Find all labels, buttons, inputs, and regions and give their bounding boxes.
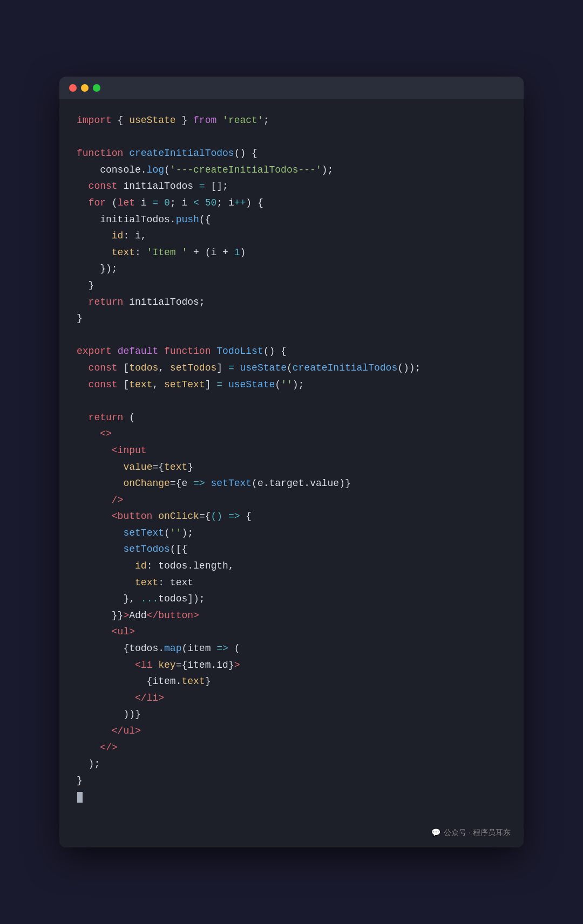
- code-line-37: ))}: [77, 706, 506, 723]
- code-line-12: return initialTodos;: [77, 294, 506, 311]
- code-line-39: </>: [77, 740, 506, 756]
- code-line-3: function createInitialTodos() {: [77, 145, 506, 162]
- code-editor[interactable]: import { useState } from 'react'; functi…: [59, 99, 524, 823]
- code-line-9: text: 'Item ' + (i + 1): [77, 244, 506, 261]
- code-line-blank-2: [77, 327, 506, 344]
- code-line-29: text: text: [77, 574, 506, 591]
- code-line-8: id: i,: [77, 228, 506, 244]
- code-line-21: <input: [77, 442, 506, 459]
- code-line-16: const [todos, setTodos] = useState(creat…: [77, 360, 506, 377]
- code-line-25: <button onClick={() => {: [77, 508, 506, 525]
- code-line-40: );: [77, 756, 506, 772]
- code-line-24: />: [77, 492, 506, 509]
- close-button[interactable]: [69, 84, 77, 92]
- code-line-15: export default function TodoList() {: [77, 343, 506, 360]
- code-line-blank-3: [77, 393, 506, 409]
- code-line-4: console.log('---createInitialTodos---');: [77, 162, 506, 179]
- code-line-cursor: [77, 789, 506, 805]
- code-line-13: }: [77, 310, 506, 327]
- code-line-11: }: [77, 277, 506, 294]
- code-line-28: id: todos.length,: [77, 558, 506, 574]
- text-cursor: [77, 792, 83, 803]
- code-line-20: <>: [77, 426, 506, 442]
- code-line-34: <li key={item.id}>: [77, 657, 506, 674]
- code-line-22: value={text}: [77, 459, 506, 476]
- code-line-33: {todos.map(item => (: [77, 640, 506, 657]
- minimize-button[interactable]: [81, 84, 89, 92]
- code-line-10: });: [77, 261, 506, 277]
- brand-text: 公众号 · 程序员耳东: [444, 828, 511, 838]
- code-line-26: setText('');: [77, 525, 506, 542]
- code-line-blank-1: [77, 129, 506, 146]
- code-line-35: {item.text}: [77, 673, 506, 690]
- code-line-32: <ul>: [77, 624, 506, 640]
- code-line-1: import { useState } from 'react';: [77, 112, 506, 129]
- titlebar: [59, 77, 524, 99]
- code-line-6: for (let i = 0; i < 50; i++) {: [77, 195, 506, 211]
- code-line-41: }: [77, 772, 506, 789]
- code-line-5: const initialTodos = [];: [77, 178, 506, 195]
- maximize-button[interactable]: [93, 84, 100, 92]
- code-line-27: setTodos([{: [77, 541, 506, 558]
- code-line-7: initialTodos.push({: [77, 211, 506, 228]
- editor-window: import { useState } from 'react'; functi…: [59, 77, 524, 847]
- wechat-icon: 💬: [431, 828, 440, 837]
- code-line-38: </ul>: [77, 723, 506, 740]
- code-line-17: const [text, setText] = useState('');: [77, 377, 506, 393]
- code-line-19: return (: [77, 409, 506, 426]
- code-line-30: }, ...todos]);: [77, 591, 506, 607]
- code-line-36: </li>: [77, 690, 506, 707]
- code-line-31: }}>Add</button>: [77, 607, 506, 624]
- footer-bar: 💬 公众号 · 程序员耳东: [59, 823, 524, 847]
- code-line-23: onChange={e => setText(e.target.value)}: [77, 475, 506, 492]
